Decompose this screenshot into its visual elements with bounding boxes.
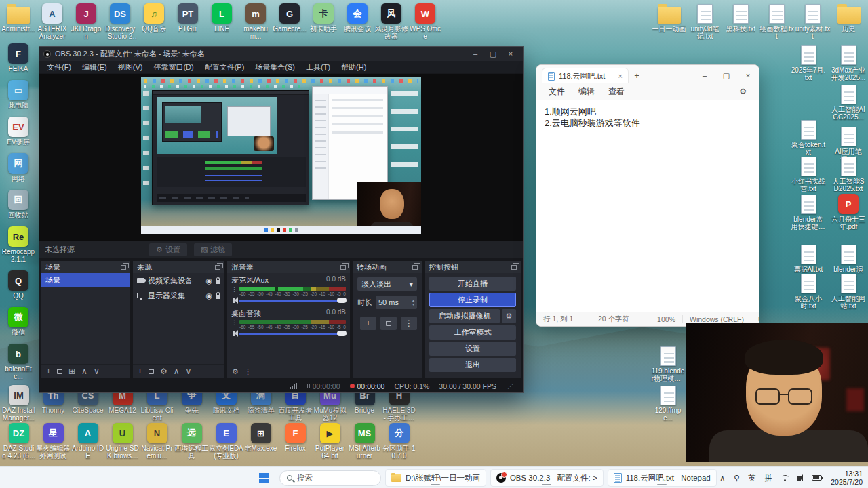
desktop-icon[interactable]: U Ungine SDK browser 2: [105, 422, 140, 460]
desktop-icon[interactable]: 分 分区助手 10.7.0: [382, 422, 416, 460]
minimize-button[interactable]: –: [694, 67, 715, 83]
remove-source-button[interactable]: [149, 369, 154, 374]
desktop-icon[interactable]: unity素材.txt: [795, 2, 831, 40]
obs-titlebar[interactable]: OBS 30.2.3 - 配置文件: 未命名 - 场景: 未命名 – ▢ ×: [39, 47, 523, 61]
desktop-icon[interactable]: IM DAZ Install Manager...: [1, 384, 36, 422]
resize-grip[interactable]: ⋰: [507, 383, 513, 390]
lock-icon[interactable]: [216, 280, 220, 284]
desktop-icon[interactable]: Administr...: [1, 2, 35, 40]
channel-menu-icon[interactable]: ⋮: [231, 287, 237, 296]
popout-icon[interactable]: [511, 265, 517, 270]
popout-icon[interactable]: [412, 265, 418, 270]
desktop-icon[interactable]: 微 微信: [1, 306, 35, 336]
desktop-icon[interactable]: A ASTERIX Analyzer: [35, 2, 69, 40]
add-scene-button[interactable]: +: [46, 367, 51, 376]
notepad-titlebar[interactable]: 118.云网吧.txt × + – ▢ ×: [536, 65, 759, 83]
desktop-icon[interactable]: 绘画教程.txt: [759, 2, 795, 40]
desktop-icon[interactable]: ▶ PotPlayer 64 bit: [313, 422, 347, 460]
taskbar-task-obs[interactable]: OBS 30.2.3 - 配置文件: >: [490, 469, 604, 487]
desktop-icon[interactable]: E 嘉立创EDA(专业版): [209, 422, 243, 460]
desktop-icon[interactable]: DS Discovery Studio 20...: [103, 2, 137, 40]
popout-icon[interactable]: [121, 265, 126, 270]
desktop-icon[interactable]: F Firefox: [278, 422, 313, 460]
desktop-icon[interactable]: 聚会八小时.txt: [789, 272, 828, 310]
desktop-icon[interactable]: 聚合token.txt: [789, 118, 828, 156]
desktop-icon[interactable]: ▭ 此电脑: [1, 79, 35, 109]
desktop-icon[interactable]: 2025年7月.txt: [789, 43, 828, 81]
lock-icon[interactable]: [216, 295, 220, 299]
scene-up-button[interactable]: ∧: [81, 367, 87, 376]
wifi-icon[interactable]: [781, 475, 789, 481]
desktop-icon[interactable]: b balenaEtc...: [1, 342, 35, 380]
add-transition-button[interactable]: +: [360, 317, 376, 330]
microphone-icon[interactable]: ⚲: [734, 474, 739, 483]
desktop-icon[interactable]: 回 回收站: [1, 188, 35, 219]
scene-grid-button[interactable]: ⊞: [68, 367, 75, 376]
desktop-icon[interactable]: 票据AI.txt: [789, 243, 828, 273]
transition-select[interactable]: 淡入淡出 ▾: [357, 277, 417, 291]
mixer-settings-icon[interactable]: ⚙: [232, 367, 239, 376]
desktop-icon[interactable]: 人工智能网站.txt: [829, 272, 868, 310]
desktop-icon[interactable]: 人工智能SD2025.txt: [829, 155, 868, 192]
menu-item[interactable]: 场景集合(S): [250, 62, 300, 73]
source-filters-button[interactable]: ▨滤镜: [194, 243, 232, 256]
desktop-icon[interactable]: ♫ QQ音乐: [137, 2, 171, 40]
desktop-icon[interactable]: 历史: [831, 2, 867, 40]
desktop-icon[interactable]: EV EV录屏: [1, 115, 35, 146]
exit-button[interactable]: 退出: [429, 358, 516, 372]
ime-mode-indicator[interactable]: 英: [748, 473, 755, 483]
desktop-icon[interactable]: J JKI Dragon: [69, 2, 103, 40]
remove-transition-button[interactable]: [380, 317, 397, 330]
desktop-icon[interactable]: 119.blender物理模拟.txt: [648, 344, 688, 382]
desktop-icon[interactable]: MS MSI Afterburner: [347, 422, 382, 460]
source-list-item[interactable]: 显示器采集 ◉: [133, 288, 224, 303]
desktop-icon[interactable]: N Navicat Premiu...: [140, 422, 174, 460]
desktop-icon[interactable]: 卡 初卡助手: [307, 2, 340, 40]
desktop-icon[interactable]: A Arduino IDE: [71, 422, 105, 460]
close-button[interactable]: ×: [502, 48, 519, 60]
desktop-icon[interactable]: 风 风灵月影修改器: [374, 2, 408, 40]
spin-down-icon[interactable]: ▾: [412, 302, 414, 306]
notepad-tab[interactable]: 118.云网吧.txt ×: [542, 68, 629, 83]
duration-spinner[interactable]: 50 ms ▴▾: [376, 296, 417, 309]
battery-icon[interactable]: [812, 475, 822, 481]
start-button[interactable]: [252, 469, 275, 487]
taskbar-task-notepad[interactable]: 118.云网吧.txt - Notepad: [608, 469, 717, 487]
scene-list-item[interactable]: 场景: [41, 273, 130, 287]
remove-scene-button[interactable]: [57, 369, 62, 374]
transition-menu-button[interactable]: ⋮: [401, 317, 417, 330]
scene-down-button[interactable]: ∨: [94, 367, 100, 376]
desktop-icon[interactable]: W WPS Office: [408, 2, 442, 40]
source-list-item[interactable]: 视频采集设备 ◉: [133, 273, 224, 288]
volume-slider[interactable]: [239, 333, 346, 335]
search-box[interactable]: 搜索: [279, 470, 381, 486]
desktop-icon[interactable]: 网 网络: [1, 152, 35, 182]
desktop-icon[interactable]: ⊞ 宅Max.exe: [243, 422, 278, 460]
mixer-menu-icon[interactable]: ⋮: [244, 367, 252, 376]
menu-item[interactable]: 停靠窗口(D): [149, 62, 198, 73]
gear-icon[interactable]: ⚙: [734, 85, 752, 98]
menu-item[interactable]: 工具(T): [301, 62, 335, 73]
menu-item[interactable]: 文件(F): [42, 62, 76, 73]
menu-edit[interactable]: 编辑: [573, 85, 600, 99]
settings-button[interactable]: 设置: [429, 342, 516, 356]
desktop-icon[interactable]: G Gamecre...: [273, 2, 307, 40]
desktop-icon[interactable]: Re Remocapp 2.1.1: [1, 225, 35, 263]
start-virtualcam-button[interactable]: 启动虚拟摄像机: [429, 309, 500, 323]
desktop-icon[interactable]: 小红书实战营.txt: [789, 155, 828, 192]
tab-close-icon[interactable]: ×: [618, 72, 623, 80]
desktop-icon[interactable]: 会 腾讯会议: [340, 2, 374, 40]
visibility-icon[interactable]: ◉: [205, 291, 212, 300]
start-streaming-button[interactable]: 开始直播: [429, 277, 516, 291]
desktop-icon[interactable]: blender常用快捷键.txt: [789, 192, 828, 230]
add-source-button[interactable]: +: [138, 367, 142, 376]
desktop-icon[interactable]: 人工智能AIGC2025...: [829, 83, 868, 121]
clock[interactable]: 13:31 2025/7/20: [831, 470, 863, 486]
taskbar-task-explorer[interactable]: D:\张赋轩\一日一动画: [385, 469, 486, 487]
speaker-icon[interactable]: [233, 298, 235, 303]
popout-icon[interactable]: [340, 265, 346, 270]
ime-pinyin-icon[interactable]: 拼: [764, 473, 772, 483]
popout-icon[interactable]: [215, 265, 220, 270]
menu-item[interactable]: 编辑(E): [77, 62, 112, 73]
desktop-icon[interactable]: PT PTGui: [171, 2, 205, 40]
